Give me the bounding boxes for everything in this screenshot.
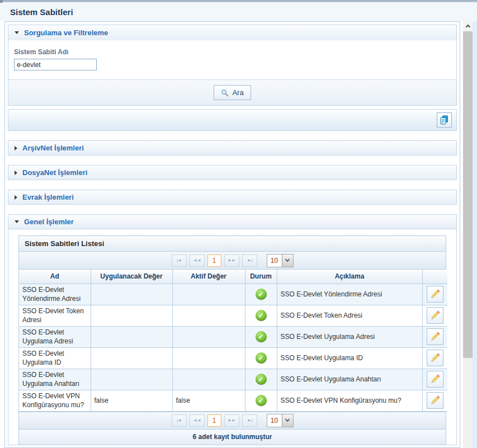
pencil-icon	[430, 353, 440, 363]
column-header-aciklama[interactable]: Açıklama	[277, 270, 422, 284]
current-page-button[interactable]: 1	[207, 254, 221, 267]
edit-button[interactable]	[427, 350, 443, 366]
table-row: SSO E-Devlet VPN Konfigürasyonu mu? fals…	[19, 390, 447, 411]
cell-durum	[245, 369, 277, 390]
vertical-scrollbar[interactable]	[463, 21, 473, 448]
pencil-icon	[430, 310, 440, 320]
column-header-aktif[interactable]: Aktif Değer	[172, 270, 245, 284]
search-button-label: Ara	[232, 88, 243, 97]
cell-durum	[245, 305, 277, 326]
page-size-select[interactable]: 10	[267, 254, 294, 267]
cell-aciklama: SSO E-Devlet Token Adresi	[277, 305, 422, 326]
cell-uygulanacak	[91, 347, 172, 369]
pencil-icon	[430, 395, 440, 405]
column-header-uygulanacak[interactable]: Uygulanacak Değer	[91, 270, 172, 284]
window-corner	[0, 0, 3, 3]
active-status-icon	[256, 374, 267, 385]
chevron-right-icon	[15, 146, 17, 150]
page-title: Sistem Sabitleri	[10, 7, 73, 17]
first-page-icon: |◄	[177, 258, 181, 263]
cell-actions	[422, 369, 447, 390]
cell-aktif	[172, 305, 245, 326]
cell-aktif	[172, 284, 245, 305]
cell-actions	[422, 284, 447, 305]
edit-button[interactable]	[427, 328, 443, 345]
cell-aktif	[172, 347, 245, 369]
prev-page-icon: ◄◄	[193, 418, 201, 423]
first-page-button[interactable]: |◄	[172, 254, 187, 267]
window-top-border	[0, 0, 477, 2]
edit-button[interactable]	[427, 286, 443, 303]
pencil-icon	[430, 332, 440, 342]
cell-durum	[245, 390, 277, 411]
chevron-down-icon	[15, 220, 19, 223]
right-margin-strip	[473, 21, 477, 448]
page-header: Sistem Sabitleri	[0, 2, 477, 21]
accordion-dosyanet[interactable]: DosyaNet İşlemleri	[8, 165, 457, 180]
active-status-icon	[256, 289, 267, 300]
edit-button[interactable]	[427, 371, 443, 388]
pencil-icon	[430, 289, 440, 299]
accordion-genel-body: Sistem Sabitleri Listesi |◄ ◄◄ 1 ►► ►| 1…	[8, 229, 457, 445]
cell-durum	[245, 284, 277, 305]
edit-button[interactable]	[427, 307, 443, 324]
next-page-button[interactable]: ►►	[224, 254, 239, 267]
prev-page-button[interactable]: ◄◄	[190, 254, 205, 267]
cell-ad: SSO E-Devlet Token Adresi	[19, 305, 91, 326]
scroll-up-button[interactable]	[463, 21, 473, 31]
page-size-value: 10	[267, 254, 282, 267]
cell-durum	[245, 347, 277, 369]
filter-panel-header[interactable]: Sorgulama ve Filtreleme	[8, 25, 456, 40]
edit-button[interactable]	[427, 392, 443, 409]
page-size-select[interactable]: 10	[267, 414, 294, 427]
cell-uygulanacak	[91, 326, 172, 347]
filter-panel-body: Sistem Sabiti Adı	[8, 40, 456, 79]
last-page-button[interactable]: ►|	[242, 254, 257, 267]
export-button[interactable]	[437, 112, 452, 128]
cell-ad: SSO E-Devlet Uygulama ID	[19, 347, 91, 369]
cell-aktif	[172, 326, 245, 347]
cell-uygulanacak	[91, 305, 172, 326]
first-page-button[interactable]: |◄	[172, 414, 187, 427]
chevron-down-icon	[15, 31, 19, 34]
current-page-button[interactable]: 1	[207, 414, 221, 427]
record-count-bar: 6 adet kayıt bulunmuştur	[19, 430, 446, 445]
cell-uygulanacak	[91, 369, 172, 390]
column-header-ad[interactable]: Ad	[19, 270, 91, 284]
table-title-bar: Sistem Sabitleri Listesi	[19, 236, 446, 252]
accordion-genel-label: Genel İşlemler	[24, 218, 74, 226]
last-page-icon: ►|	[247, 418, 252, 423]
cell-aciklama: SSO E-Devlet Uygulama ID	[277, 347, 422, 369]
search-button[interactable]: Ara	[214, 85, 251, 100]
prev-page-button[interactable]: ◄◄	[190, 414, 205, 427]
accordion-evrak[interactable]: Evrak İşlemleri	[8, 190, 457, 205]
column-header-durum[interactable]: Durum	[245, 270, 277, 284]
first-page-icon: |◄	[177, 418, 181, 423]
prev-page-icon: ◄◄	[193, 258, 201, 263]
last-page-button[interactable]: ►|	[242, 414, 257, 427]
cell-uygulanacak	[91, 284, 172, 305]
chevron-right-icon	[15, 171, 17, 175]
page-size-value: 10	[267, 414, 282, 427]
table-title: Sistem Sabitleri Listesi	[25, 239, 104, 248]
chevron-down-icon	[285, 417, 290, 422]
active-status-icon	[256, 310, 267, 321]
table-row: SSO E-Devlet Token Adresi SSO E-Devlet T…	[19, 305, 447, 326]
active-status-icon	[256, 395, 267, 406]
search-icon	[221, 89, 229, 97]
chevron-down-icon	[285, 257, 290, 262]
cell-actions	[422, 390, 447, 411]
table-row: SSO E-Devlet Uygulama Adresi SSO E-Devle…	[19, 326, 447, 347]
cell-ad: SSO E-Devlet Uygulama Adresi	[19, 326, 91, 347]
cell-uygulanacak: false	[91, 390, 172, 411]
table-row: SSO E-Devlet Uygulama ID SSO E-Devlet Uy…	[19, 347, 447, 369]
cell-aciklama: SSO E-Devlet Uygulama Adresi	[277, 326, 422, 347]
accordion-genel[interactable]: Genel İşlemler	[8, 214, 457, 229]
next-page-button[interactable]: ►►	[224, 414, 239, 427]
accordion-arsivnet[interactable]: ArşivNet İşlemleri	[8, 140, 457, 155]
toolbar	[8, 109, 457, 131]
cell-ad: SSO E-Devlet Uygulama Anahtarı	[19, 369, 91, 390]
scrollbar-thumb[interactable]	[463, 31, 473, 358]
system-constant-name-input[interactable]	[14, 59, 97, 70]
cell-actions	[422, 326, 447, 347]
